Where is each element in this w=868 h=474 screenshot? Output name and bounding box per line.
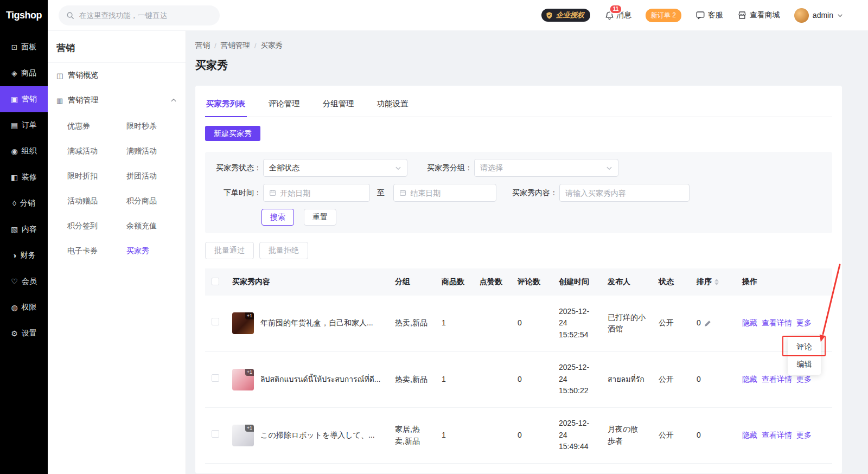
search-input[interactable] — [79, 11, 212, 20]
new-buyer-show-button[interactable]: 新建买家秀 — [205, 126, 260, 141]
sidebar-item-marketing[interactable]: ▣营销 — [0, 86, 48, 112]
row-checkbox[interactable] — [212, 430, 219, 438]
buyer-show-thumbnail[interactable]: +1 — [232, 425, 254, 446]
hide-link[interactable]: 隐藏 — [742, 374, 757, 386]
submenu-item-balance-recharge[interactable]: 余额充值 — [126, 214, 186, 239]
submenu-item-points-goods[interactable]: 积分商品 — [126, 189, 186, 214]
buyer-show-thumbnail[interactable]: +1 — [232, 369, 254, 390]
sidebar-item-distribution[interactable]: ◊分销 — [0, 190, 48, 216]
reset-button[interactable]: 重置 — [304, 209, 336, 226]
column-header-sort: 排序 — [690, 268, 736, 296]
end-date-input-box[interactable] — [393, 184, 496, 202]
view-store-button[interactable]: 查看商城 — [737, 10, 780, 20]
column-header-likes: 点赞数 — [473, 268, 511, 296]
messages-button[interactable]: 11 消息 — [604, 10, 631, 21]
chevron-down-icon — [606, 165, 612, 171]
comments-cell: 0 — [511, 296, 552, 351]
submenu-item-buyer-show[interactable]: 买家秀 — [126, 239, 186, 264]
more-link[interactable]: 更多 — [796, 374, 812, 386]
sidebar-item-goods[interactable]: ◈商品 — [0, 60, 48, 86]
submenu-item-marketing-overview[interactable]: ◫ 营销概览 — [48, 63, 186, 88]
comments-cell: 0 — [511, 407, 552, 463]
sort-value: 0 — [697, 317, 701, 329]
submenu-item-flash-sale[interactable]: 限时秒杀 — [126, 114, 186, 139]
sidebar-item-settings[interactable]: ⚙设置 — [0, 321, 48, 347]
status-select[interactable]: 全部状态 — [263, 159, 407, 177]
primary-nav: ⊡面板 ◈商品 ▣营销 ▤订单 ◉组织 ◧装修 ◊分销 ▧内容 ◑财务 ♡会员 … — [0, 34, 48, 347]
overview-icon: ◫ — [56, 72, 63, 80]
goods-icon: ◈ — [11, 69, 17, 78]
sidebar-item-label: 营销 — [22, 94, 37, 104]
sidebar-item-member[interactable]: ♡会员 — [0, 268, 48, 294]
breadcrumb-item-marketing[interactable]: 营销 — [195, 41, 210, 50]
hide-link[interactable]: 隐藏 — [742, 430, 757, 441]
batch-reject-button[interactable]: 批量拒绝 — [259, 242, 308, 259]
enterprise-badge[interactable]: 企业授权 — [541, 9, 590, 22]
submenu-item-full-gift[interactable]: 满赠活动 — [126, 139, 186, 164]
sort-toggle[interactable] — [714, 279, 719, 285]
tab-group-management[interactable]: 分组管理 — [322, 99, 355, 117]
global-search[interactable] — [59, 5, 220, 25]
tab-comment-management[interactable]: 评论管理 — [267, 99, 301, 117]
sidebar-item-decoration[interactable]: ◧装修 — [0, 164, 48, 190]
table-row: +1 ลิปสติกแบรนด์นี้ให้ประสบการณ์ที่ดี...… — [205, 351, 832, 407]
group-select[interactable]: 请选择 — [474, 159, 618, 177]
row-checkbox[interactable] — [212, 374, 219, 382]
breadcrumb-item-buyer-show: 买家秀 — [261, 41, 283, 50]
more-menu-item-comment[interactable]: 评论 — [788, 338, 821, 356]
username: admin — [813, 11, 833, 20]
hide-link[interactable]: 隐藏 — [742, 317, 757, 329]
more-link[interactable]: 更多 — [796, 430, 812, 441]
avatar — [794, 8, 809, 23]
batch-approve-button[interactable]: 批量通过 — [205, 242, 254, 259]
search-button[interactable]: 搜索 — [261, 209, 294, 226]
primary-sidebar: Tigshop ⊡面板 ◈商品 ▣营销 ▤订单 ◉组织 ◧装修 ◊分销 ▧内容 … — [0, 0, 48, 474]
select-all-checkbox[interactable] — [212, 278, 219, 285]
submenu-item-points-checkin[interactable]: 积分签到 — [67, 214, 126, 239]
sidebar-item-content[interactable]: ▧内容 — [0, 216, 48, 242]
edit-sort-icon[interactable] — [704, 320, 711, 327]
customer-service-button[interactable]: 客服 — [695, 10, 723, 20]
filter-panel: 买家秀状态： 全部状态 买家秀分组： 请选择 下单时间： 至 — [205, 152, 832, 233]
brand-logo[interactable]: Tigshop — [0, 0, 48, 31]
content-input-box[interactable] — [559, 184, 690, 202]
user-menu[interactable]: admin — [794, 8, 843, 23]
organization-icon: ◉ — [11, 147, 17, 156]
tab-bar: 买家秀列表 评论管理 分组管理 功能设置 — [205, 99, 832, 117]
submenu-item-coupon[interactable]: 优惠券 — [67, 114, 126, 139]
view-detail-link[interactable]: 查看详情 — [762, 430, 792, 441]
new-order-badge[interactable]: 新订单 2 — [646, 9, 681, 22]
submenu-item-full-reduction[interactable]: 满减活动 — [67, 139, 126, 164]
tab-feature-settings[interactable]: 功能设置 — [376, 99, 410, 117]
finance-icon: ◑ — [12, 251, 16, 260]
table-row: +1 年前囤的年货礼盒，自己和家人... 热卖,新品 1 0 2025-12-2… — [205, 296, 832, 351]
sidebar-item-permission[interactable]: ◍权限 — [0, 294, 48, 321]
sidebar-item-orders[interactable]: ▤订单 — [0, 112, 48, 138]
submenu-item-group-buy[interactable]: 拼团活动 — [126, 164, 186, 189]
brand-logo-text: Tigshop — [6, 10, 42, 21]
view-detail-link[interactable]: 查看详情 — [762, 374, 792, 386]
sidebar-item-panel[interactable]: ⊡面板 — [0, 34, 48, 60]
calendar-icon — [269, 189, 276, 197]
sidebar-item-finance[interactable]: ◑财务 — [0, 242, 48, 268]
breadcrumb-item-marketing-manage[interactable]: 营销管理 — [221, 41, 250, 50]
view-detail-link[interactable]: 查看详情 — [762, 317, 792, 329]
submenu-item-marketing-manage[interactable]: ▥ 营销管理 — [48, 88, 186, 113]
content-input[interactable] — [565, 189, 684, 197]
start-date-input-box[interactable] — [263, 184, 370, 202]
end-date-input[interactable] — [410, 189, 490, 197]
start-date-input[interactable] — [280, 189, 364, 197]
row-checkbox[interactable] — [212, 318, 219, 325]
created-cell: 2025-12-24 15:49:44 — [552, 407, 601, 463]
submenu-item-activity-gift[interactable]: 活动赠品 — [67, 189, 126, 214]
more-menu-item-edit[interactable]: 编辑 — [788, 356, 821, 373]
search-icon — [66, 11, 74, 20]
more-link[interactable]: 更多 — [796, 317, 812, 329]
buyer-show-thumbnail[interactable]: +1 — [232, 312, 254, 334]
submenu-item-time-discount[interactable]: 限时折扣 — [67, 164, 126, 189]
sidebar-item-organization[interactable]: ◉组织 — [0, 138, 48, 164]
tab-buyer-show-list[interactable]: 买家秀列表 — [205, 99, 247, 117]
buyer-show-title: ลิปสติกแบรนด์นี้ให้ประสบการณ์ที่ดี... — [260, 374, 381, 386]
dashboard-icon: ⊡ — [11, 43, 18, 52]
submenu-item-e-card[interactable]: 电子卡券 — [67, 239, 126, 264]
